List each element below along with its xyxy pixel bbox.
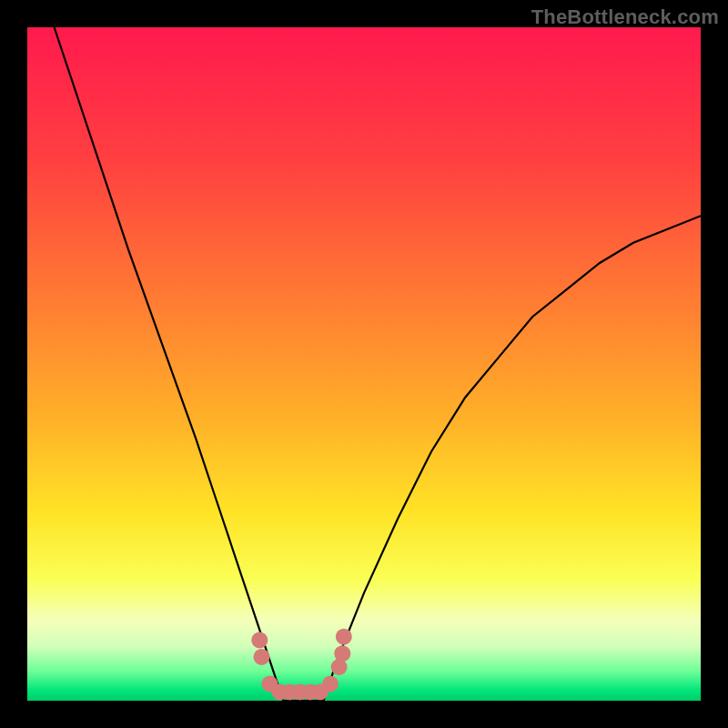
plot-area bbox=[27, 27, 701, 701]
chart-svg bbox=[0, 0, 728, 728]
data-marker bbox=[334, 645, 350, 662]
data-marker bbox=[254, 649, 270, 665]
data-marker bbox=[251, 632, 268, 648]
data-marker bbox=[336, 629, 352, 645]
watermark-text: TheBottleneck.com bbox=[531, 5, 719, 29]
data-marker bbox=[322, 676, 339, 693]
